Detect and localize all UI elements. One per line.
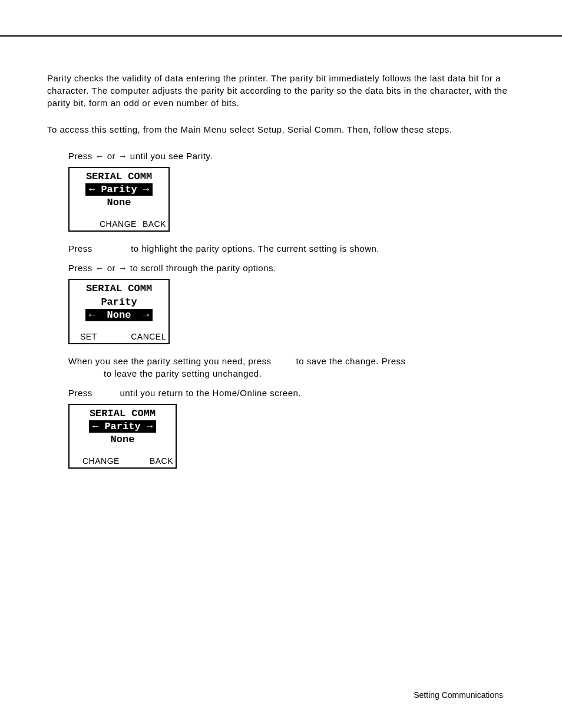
step-1-text-c: until you see Parity. xyxy=(127,151,213,161)
step-3-text-b: or xyxy=(104,263,118,273)
step-4-text-b: to save the change. Press xyxy=(293,356,406,366)
step-2-text-b: to highlight the parity options. The cur… xyxy=(128,243,379,253)
lcd3-softkey-back: BACK xyxy=(150,456,173,466)
right-arrow-icon: → xyxy=(118,263,128,273)
step-2-text-a: Press xyxy=(68,243,95,253)
lcd-screen-1: SERIAL COMM ← Parity → None CHANGE BACK xyxy=(68,167,170,232)
left-arrow-icon: ← xyxy=(95,151,105,161)
lcd1-softkey-change: CHANGE xyxy=(100,219,137,229)
lcd2-highlight: ← None → xyxy=(85,309,153,321)
step-5-text-a: Press xyxy=(68,388,95,398)
lcd2-title: SERIAL COMM xyxy=(70,282,168,295)
step-4: When you see the parity setting you need… xyxy=(68,355,515,380)
step-4-text-c: to leave the parity setting unchanged. xyxy=(104,367,515,380)
lcd1-value: None xyxy=(70,196,168,209)
right-arrow-icon: → xyxy=(118,151,128,161)
lcd1-title: SERIAL COMM xyxy=(70,170,168,183)
paragraph-intro: Parity checks the validity of data enter… xyxy=(47,72,515,109)
lcd-screen-3: SERIAL COMM ← Parity → None CHANGE BACK xyxy=(68,404,177,469)
paragraph-access: To access this setting, from the Main Me… xyxy=(47,123,515,136)
step-5: Press until you return to the Home/Onlin… xyxy=(68,387,515,399)
lcd2-softkey-set: SET xyxy=(80,331,97,342)
step-1-text-a: Press xyxy=(68,151,95,161)
lcd-screen-2: SERIAL COMM Parity ← None → SET CANCEL xyxy=(68,279,170,344)
step-4-text-a: When you see the parity setting you need… xyxy=(68,356,274,366)
lcd1-highlight: ← Parity → xyxy=(85,183,153,196)
lcd1-softkey-back: BACK xyxy=(143,219,166,229)
left-arrow-icon: ← xyxy=(95,263,105,273)
lcd3-highlight: ← Parity → xyxy=(89,420,156,433)
lcd3-softkey-change: CHANGE xyxy=(82,456,120,466)
lcd2-sub: Parity xyxy=(70,296,168,309)
page-footer: Setting Communications xyxy=(414,690,503,700)
step-2: Press to highlight the parity options. T… xyxy=(68,242,515,255)
step-3-text-a: Press xyxy=(68,263,95,273)
step-1-text-b: or xyxy=(104,151,118,161)
step-5-text-b: until you return to the Home/Online scre… xyxy=(117,388,301,398)
step-3-text-c: to scroll through the parity options. xyxy=(127,263,276,273)
lcd3-value: None xyxy=(70,433,176,446)
step-3: Press ← or → to scroll through the parit… xyxy=(68,262,515,274)
lcd3-title: SERIAL COMM xyxy=(70,407,176,420)
step-1: Press ← or → until you see Parity. xyxy=(68,150,515,162)
lcd2-softkey-cancel: CANCEL xyxy=(131,331,166,342)
